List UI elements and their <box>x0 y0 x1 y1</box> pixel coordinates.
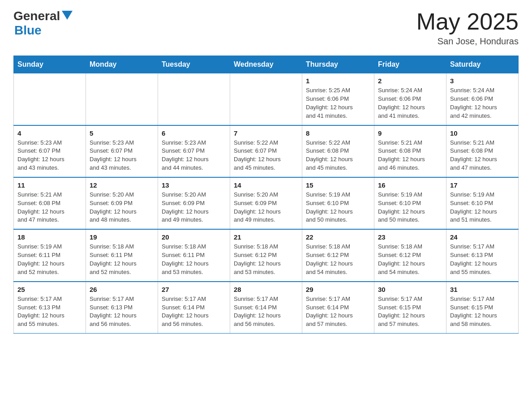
calendar-cell <box>158 73 230 125</box>
logo-general-text: General <box>13 9 60 23</box>
calendar-week-row: 11Sunrise: 5:21 AM Sunset: 6:08 PM Dayli… <box>14 177 519 229</box>
calendar-cell: 6Sunrise: 5:23 AM Sunset: 6:07 PM Daylig… <box>158 125 230 177</box>
calendar-cell: 22Sunrise: 5:18 AM Sunset: 6:12 PM Dayli… <box>302 229 374 281</box>
day-number: 4 <box>17 129 82 137</box>
day-info: Sunrise: 5:23 AM Sunset: 6:07 PM Dayligh… <box>162 139 226 172</box>
day-number: 30 <box>378 286 442 293</box>
calendar-cell: 10Sunrise: 5:21 AM Sunset: 6:08 PM Dayli… <box>446 125 519 177</box>
calendar-week-row: 25Sunrise: 5:17 AM Sunset: 6:13 PM Dayli… <box>14 282 519 334</box>
day-info: Sunrise: 5:19 AM Sunset: 6:10 PM Dayligh… <box>378 191 442 224</box>
day-info: Sunrise: 5:20 AM Sunset: 6:09 PM Dayligh… <box>234 191 298 224</box>
day-info: Sunrise: 5:25 AM Sunset: 6:06 PM Dayligh… <box>306 86 370 120</box>
day-info: Sunrise: 5:20 AM Sunset: 6:09 PM Dayligh… <box>162 191 226 224</box>
day-info: Sunrise: 5:17 AM Sunset: 6:13 PM Dayligh… <box>450 243 515 276</box>
day-info: Sunrise: 5:21 AM Sunset: 6:08 PM Dayligh… <box>378 139 442 172</box>
calendar-day-header: Friday <box>374 56 446 73</box>
day-number: 29 <box>306 286 370 293</box>
day-number: 13 <box>162 181 226 189</box>
day-number: 27 <box>162 286 226 293</box>
day-info: Sunrise: 5:22 AM Sunset: 6:08 PM Dayligh… <box>306 139 370 172</box>
day-info: Sunrise: 5:18 AM Sunset: 6:11 PM Dayligh… <box>162 243 226 276</box>
day-number: 26 <box>90 286 154 293</box>
page-header: General Blue May 2025 San Jose, Honduras <box>13 9 519 47</box>
calendar-cell: 2Sunrise: 5:24 AM Sunset: 6:06 PM Daylig… <box>374 73 446 125</box>
day-info: Sunrise: 5:19 AM Sunset: 6:11 PM Dayligh… <box>17 243 82 276</box>
day-info: Sunrise: 5:21 AM Sunset: 6:08 PM Dayligh… <box>17 191 82 224</box>
calendar-table: SundayMondayTuesdayWednesdayThursdayFrid… <box>13 56 519 334</box>
calendar-cell <box>86 73 158 125</box>
calendar-day-header: Tuesday <box>158 56 230 73</box>
day-info: Sunrise: 5:17 AM Sunset: 6:15 PM Dayligh… <box>450 295 515 329</box>
day-number: 19 <box>90 233 154 241</box>
calendar-cell: 3Sunrise: 5:24 AM Sunset: 6:06 PM Daylig… <box>446 73 519 125</box>
calendar-cell: 11Sunrise: 5:21 AM Sunset: 6:08 PM Dayli… <box>14 177 86 229</box>
calendar-cell: 15Sunrise: 5:19 AM Sunset: 6:10 PM Dayli… <box>302 177 374 229</box>
day-number: 25 <box>17 286 82 293</box>
day-number: 10 <box>450 129 515 137</box>
calendar-day-header: Thursday <box>302 56 374 73</box>
day-number: 8 <box>306 129 370 137</box>
day-number: 11 <box>17 181 82 189</box>
calendar-cell: 28Sunrise: 5:17 AM Sunset: 6:14 PM Dayli… <box>230 282 302 334</box>
day-number: 20 <box>162 233 226 241</box>
calendar-week-row: 18Sunrise: 5:19 AM Sunset: 6:11 PM Dayli… <box>14 229 519 281</box>
title-block: May 2025 San Jose, Honduras <box>416 9 519 47</box>
day-info: Sunrise: 5:19 AM Sunset: 6:10 PM Dayligh… <box>450 191 515 224</box>
day-number: 16 <box>378 181 442 189</box>
day-number: 14 <box>234 181 298 189</box>
calendar-week-row: 1Sunrise: 5:25 AM Sunset: 6:06 PM Daylig… <box>14 73 519 125</box>
logo-blue-text: Blue <box>14 23 42 38</box>
calendar-cell: 1Sunrise: 5:25 AM Sunset: 6:06 PM Daylig… <box>302 73 374 125</box>
day-number: 12 <box>90 181 154 189</box>
calendar-cell: 17Sunrise: 5:19 AM Sunset: 6:10 PM Dayli… <box>446 177 519 229</box>
day-info: Sunrise: 5:21 AM Sunset: 6:08 PM Dayligh… <box>450 139 515 172</box>
day-number: 31 <box>450 286 515 293</box>
day-number: 28 <box>234 286 298 293</box>
calendar-cell: 16Sunrise: 5:19 AM Sunset: 6:10 PM Dayli… <box>374 177 446 229</box>
day-number: 18 <box>17 233 82 241</box>
day-number: 1 <box>306 77 370 85</box>
day-number: 15 <box>306 181 370 189</box>
calendar-cell: 9Sunrise: 5:21 AM Sunset: 6:08 PM Daylig… <box>374 125 446 177</box>
day-info: Sunrise: 5:18 AM Sunset: 6:11 PM Dayligh… <box>90 243 154 276</box>
calendar-day-header: Wednesday <box>230 56 302 73</box>
day-number: 24 <box>450 233 515 241</box>
calendar-cell: 20Sunrise: 5:18 AM Sunset: 6:11 PM Dayli… <box>158 229 230 281</box>
day-info: Sunrise: 5:17 AM Sunset: 6:13 PM Dayligh… <box>90 295 154 329</box>
day-number: 9 <box>378 129 442 137</box>
calendar-cell: 27Sunrise: 5:17 AM Sunset: 6:14 PM Dayli… <box>158 282 230 334</box>
day-info: Sunrise: 5:18 AM Sunset: 6:12 PM Dayligh… <box>306 243 370 276</box>
calendar-cell: 31Sunrise: 5:17 AM Sunset: 6:15 PM Dayli… <box>446 282 519 334</box>
calendar-cell: 14Sunrise: 5:20 AM Sunset: 6:09 PM Dayli… <box>230 177 302 229</box>
calendar-cell: 12Sunrise: 5:20 AM Sunset: 6:09 PM Dayli… <box>86 177 158 229</box>
calendar-cell: 21Sunrise: 5:18 AM Sunset: 6:12 PM Dayli… <box>230 229 302 281</box>
day-info: Sunrise: 5:17 AM Sunset: 6:14 PM Dayligh… <box>306 295 370 329</box>
day-info: Sunrise: 5:18 AM Sunset: 6:12 PM Dayligh… <box>378 243 442 276</box>
calendar-day-header: Monday <box>86 56 158 73</box>
calendar-cell: 4Sunrise: 5:23 AM Sunset: 6:07 PM Daylig… <box>14 125 86 177</box>
day-number: 5 <box>90 129 154 137</box>
calendar-cell: 26Sunrise: 5:17 AM Sunset: 6:13 PM Dayli… <box>86 282 158 334</box>
calendar-cell: 24Sunrise: 5:17 AM Sunset: 6:13 PM Dayli… <box>446 229 519 281</box>
calendar-day-header: Sunday <box>14 56 86 73</box>
calendar-header-row: SundayMondayTuesdayWednesdayThursdayFrid… <box>14 56 519 73</box>
calendar-cell: 7Sunrise: 5:22 AM Sunset: 6:07 PM Daylig… <box>230 125 302 177</box>
day-info: Sunrise: 5:23 AM Sunset: 6:07 PM Dayligh… <box>17 139 82 172</box>
day-info: Sunrise: 5:24 AM Sunset: 6:06 PM Dayligh… <box>450 86 515 120</box>
day-number: 7 <box>234 129 298 137</box>
day-info: Sunrise: 5:20 AM Sunset: 6:09 PM Dayligh… <box>90 191 154 224</box>
day-info: Sunrise: 5:23 AM Sunset: 6:07 PM Dayligh… <box>90 139 154 172</box>
location-text: San Jose, Honduras <box>416 36 519 47</box>
day-info: Sunrise: 5:17 AM Sunset: 6:15 PM Dayligh… <box>378 295 442 329</box>
day-number: 2 <box>378 77 442 85</box>
calendar-cell <box>14 73 86 125</box>
day-number: 23 <box>378 233 442 241</box>
calendar-cell: 8Sunrise: 5:22 AM Sunset: 6:08 PM Daylig… <box>302 125 374 177</box>
calendar-cell: 13Sunrise: 5:20 AM Sunset: 6:09 PM Dayli… <box>158 177 230 229</box>
calendar-cell: 29Sunrise: 5:17 AM Sunset: 6:14 PM Dayli… <box>302 282 374 334</box>
calendar-cell <box>230 73 302 125</box>
day-info: Sunrise: 5:17 AM Sunset: 6:13 PM Dayligh… <box>17 295 82 329</box>
calendar-cell: 18Sunrise: 5:19 AM Sunset: 6:11 PM Dayli… <box>14 229 86 281</box>
day-number: 3 <box>450 77 515 85</box>
day-number: 17 <box>450 181 515 189</box>
